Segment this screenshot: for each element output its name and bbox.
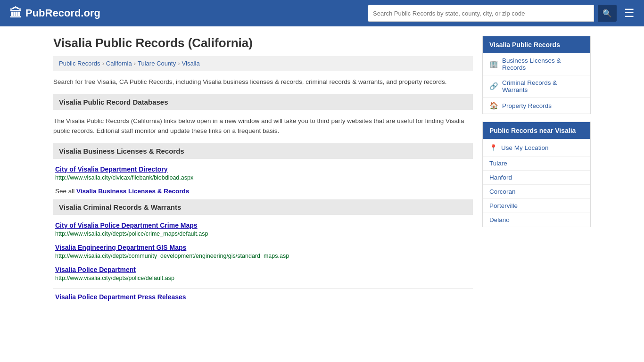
sidebar-item-criminal-label: Criminal Records & Warrants (502, 79, 584, 93)
breadcrumb-sep-1: › (102, 60, 104, 67)
sidebar-item-business[interactable]: 🏢 Business Licenses & Records (483, 53, 590, 75)
sidebar: Visalia Public Records 🏢 Business Licens… (482, 36, 591, 307)
crime-maps-link[interactable]: City of Visalia Police Department Crime … (55, 222, 471, 229)
breadcrumb-tulare-county[interactable]: Tulare County (138, 60, 176, 67)
record-entry-police-dept: Visalia Police Department http://www.vis… (53, 266, 473, 281)
search-icon: 🔍 (603, 9, 612, 18)
nearby-city-corcoran[interactable]: Corcoran (483, 185, 590, 199)
business-icon: 🏢 (489, 60, 498, 68)
breadcrumb-sep-3: › (178, 60, 180, 67)
page-description: Search for free Visalia, CA Public Recor… (53, 77, 473, 87)
sidebar-item-business-label: Business Licenses & Records (502, 57, 584, 71)
dept-directory-url[interactable]: http://www.visalia.city/civicax/filebank… (55, 174, 471, 181)
sidebar-visalia-records: Visalia Public Records 🏢 Business Licens… (482, 36, 591, 114)
breadcrumb-sep-2: › (134, 60, 136, 67)
police-dept-url[interactable]: http://www.visalia.city/depts/police/def… (55, 275, 471, 281)
section-header-databases: Visalia Public Record Databases (53, 94, 473, 110)
see-all-business-link[interactable]: Visalia Business Licenses & Records (76, 188, 189, 195)
record-entry-dept-directory: City of Visalia Department Directory htt… (53, 165, 473, 181)
sidebar-nearby: Public Records near Visalia 📍 Use My Loc… (482, 122, 591, 227)
logo-icon: 🏛 (9, 6, 22, 21)
site-header: 🏛 PubRecord.org 🔍 ☰ (0, 0, 644, 26)
content-area: Visalia Public Records (California) Publ… (53, 36, 473, 307)
nearby-city-delano[interactable]: Delano (483, 213, 590, 227)
sidebar-item-criminal[interactable]: 🔗 Criminal Records & Warrants (483, 75, 590, 98)
section-header-business: Visalia Business Licenses & Records (53, 143, 473, 159)
search-area: 🔍 ☰ (368, 5, 635, 22)
main-wrapper: Visalia Public Records (California) Publ… (44, 26, 600, 317)
sidebar-item-property[interactable]: 🏠 Property Records (483, 98, 590, 114)
nearby-city-porterville[interactable]: Porterville (483, 199, 590, 213)
nearby-city-tulare[interactable]: Tulare (483, 156, 590, 171)
sidebar-visalia-title: Visalia Public Records (483, 36, 590, 53)
criminal-icon: 🔗 (489, 82, 498, 90)
breadcrumb-public-records[interactable]: Public Records (59, 60, 100, 67)
search-input[interactable] (368, 5, 594, 22)
logo[interactable]: 🏛 PubRecord.org (9, 6, 100, 21)
section-header-criminal: Visalia Criminal Records & Warrants (53, 199, 473, 215)
logo-text: PubRecord.org (25, 7, 100, 19)
record-entry-crime-maps: City of Visalia Police Department Crime … (53, 222, 473, 237)
record-entry-police-press: Visalia Police Department Press Releases (53, 293, 473, 301)
databases-description: The Visalia Public Records (California) … (53, 116, 473, 136)
dept-directory-link[interactable]: City of Visalia Department Directory (55, 165, 471, 173)
property-icon: 🏠 (489, 101, 498, 110)
nearby-title: Public Records near Visalia (483, 122, 590, 139)
page-title: Visalia Public Records (California) (53, 36, 473, 50)
breadcrumb: Public Records › California › Tulare Cou… (53, 56, 473, 71)
police-dept-link[interactable]: Visalia Police Department (55, 266, 471, 273)
record-entry-gis-maps: Visalia Engineering Department GIS Maps … (53, 244, 473, 259)
gis-maps-link[interactable]: Visalia Engineering Department GIS Maps (55, 244, 471, 251)
use-my-location[interactable]: 📍 Use My Location (483, 139, 590, 156)
sidebar-item-property-label: Property Records (502, 102, 552, 109)
crime-maps-url[interactable]: http://www.visalia.city/depts/police/cri… (55, 230, 471, 237)
nearby-city-hanford[interactable]: Hanford (483, 171, 590, 185)
menu-button[interactable]: ☰ (624, 7, 635, 20)
breadcrumb-california[interactable]: California (106, 60, 132, 67)
use-location-label: Use My Location (501, 144, 549, 151)
breadcrumb-visalia[interactable]: Visalia (182, 60, 200, 67)
gis-maps-url[interactable]: http://www.visalia.city/depts/community_… (55, 253, 471, 259)
search-button[interactable]: 🔍 (598, 5, 617, 22)
see-all-business: See all Visalia Business Licenses & Reco… (55, 188, 473, 195)
police-press-link[interactable]: Visalia Police Department Press Releases (55, 293, 471, 301)
location-pin-icon: 📍 (489, 144, 497, 151)
divider (53, 288, 473, 288)
